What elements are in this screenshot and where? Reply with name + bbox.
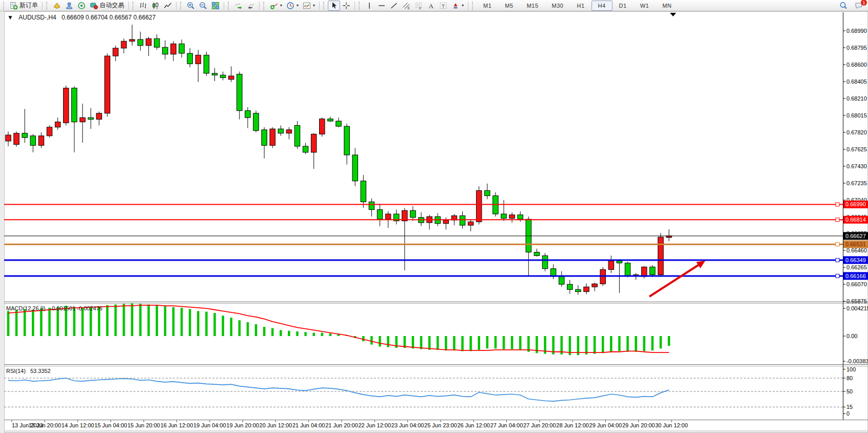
crosshair-icon <box>342 2 350 10</box>
price-tick-label: 0.67625 <box>846 146 867 152</box>
macd-histogram-bar <box>48 308 51 336</box>
search-button[interactable] <box>837 1 850 11</box>
arrows-icon <box>451 2 460 10</box>
zoom-in-button[interactable] <box>185 1 197 11</box>
chart-canvas[interactable]: 0.689900.687950.686000.684050.682100.680… <box>0 0 868 433</box>
bar-chart-button[interactable] <box>137 1 149 11</box>
zoom-out-button[interactable] <box>197 1 209 11</box>
channel-button[interactable]: E <box>400 1 412 11</box>
hline-icon <box>378 2 386 10</box>
candle-body <box>63 88 69 123</box>
candle-body <box>542 255 548 268</box>
macd-histogram-bar <box>453 336 456 350</box>
new-order-button[interactable]: 新订单 <box>8 1 40 11</box>
macd-histogram-bar <box>271 328 274 336</box>
candlestick-chart-button[interactable] <box>149 1 162 11</box>
button-label: 自动交易 <box>100 1 124 10</box>
time-tick-label: 25 Jun 23:00 <box>424 422 457 428</box>
text-button[interactable]: A <box>425 1 437 11</box>
text-label-button[interactable]: T <box>437 1 449 11</box>
templates-button[interactable]: ▾ <box>301 1 317 11</box>
arrows-button[interactable]: ▾ <box>449 1 466 11</box>
candle-body <box>501 214 507 218</box>
horizontal-line-button[interactable] <box>376 1 388 11</box>
candle-body <box>641 267 647 277</box>
autotrade-button[interactable]: 自动交易 <box>88 1 126 11</box>
toolbar-grip <box>3 2 6 10</box>
button-label: H1 <box>574 3 587 9</box>
periods-button[interactable]: ▾ <box>284 1 301 11</box>
macd-histogram-bar <box>131 303 133 336</box>
line-handle[interactable] <box>836 258 839 262</box>
chart-title[interactable]: ▼ AUDUSD-,H4 0.66609 0.66704 0.66567 0.6… <box>7 14 155 21</box>
vline-icon <box>365 2 373 10</box>
tf-m30-button[interactable]: M30 <box>545 1 570 11</box>
toolbar-grip <box>472 2 475 10</box>
chart-window-background <box>0 11 868 433</box>
price-tick-label: 0.65875 <box>846 298 867 304</box>
notifications-button[interactable]: 1 <box>853 1 865 11</box>
line-handle[interactable] <box>836 218 839 222</box>
tiles-icon <box>211 2 220 10</box>
tf-h1-button[interactable]: H1 <box>570 1 591 11</box>
tf-m1-button[interactable]: M1 <box>477 1 498 11</box>
rsi-tick-label: 80 <box>846 375 853 381</box>
candle-body <box>344 126 350 155</box>
macd-histogram-bar <box>420 336 423 349</box>
crosshair-button[interactable] <box>340 1 352 11</box>
tf-w1-button[interactable]: W1 <box>634 1 656 11</box>
marker-price-text: 0.66349 <box>845 257 866 263</box>
price-tick-label: 0.67430 <box>846 163 867 169</box>
line-handle[interactable] <box>836 243 839 246</box>
macd-histogram-bar <box>106 305 109 336</box>
toolbar-separator <box>259 2 260 10</box>
candle-body <box>212 73 218 75</box>
vertical-line-button[interactable] <box>363 1 376 11</box>
tile-windows-button[interactable] <box>209 1 222 11</box>
time-tick-label: 27 Jun 20:00 <box>523 422 556 428</box>
macd-histogram-bar <box>239 320 241 336</box>
candle-body <box>567 284 573 289</box>
candle-body <box>476 190 482 222</box>
candle-body <box>518 215 523 219</box>
macd-histogram-bar <box>585 336 588 355</box>
indicators-button[interactable]: ▾ <box>268 1 284 11</box>
tf-m15-button[interactable]: M15 <box>520 1 545 11</box>
line-handle[interactable] <box>836 203 839 206</box>
macd-tick-label: 0.004215 <box>846 305 868 311</box>
toolbar-grip <box>46 2 49 10</box>
symbol-dropdown-icon[interactable]: ▼ <box>7 14 13 21</box>
candle-body <box>88 117 94 119</box>
macd-histogram-bar <box>660 336 662 348</box>
time-tick-label: 29 Jun 04:00 <box>589 422 622 428</box>
line-handle[interactable] <box>836 274 839 278</box>
toolbar-separator <box>319 2 320 10</box>
fibonacci-button[interactable]: F <box>412 1 425 11</box>
macd-tick-label: 0.00 <box>846 333 857 339</box>
cursor-button[interactable] <box>328 1 340 11</box>
time-tick-label: 15 Jun 20:00 <box>127 422 160 428</box>
button-label: D1 <box>616 3 630 9</box>
price-tick-label: 0.68015 <box>846 112 867 119</box>
svg-text:F: F <box>420 6 422 10</box>
market-watch-button[interactable] <box>51 1 63 11</box>
tf-h4-button[interactable]: H4 <box>591 1 613 11</box>
candle-body <box>137 40 143 46</box>
navigator-button[interactable] <box>75 1 88 11</box>
data-window-button[interactable] <box>63 1 75 11</box>
dropdown-arrow-icon: ▾ <box>297 3 299 8</box>
line-chart-button[interactable] <box>162 1 174 11</box>
candle-body <box>47 127 52 136</box>
macd-histogram-bar <box>329 333 332 336</box>
tf-m5-button[interactable]: M5 <box>498 1 520 11</box>
macd-histogram-bar <box>437 336 439 350</box>
tf-d1-button[interactable]: D1 <box>613 1 634 11</box>
price-tick-label: 0.66265 <box>846 264 867 270</box>
trendline-button[interactable] <box>388 1 400 11</box>
macd-histogram-bar <box>594 336 596 354</box>
tf-mn-button[interactable]: MN <box>656 1 678 11</box>
toolbar-separator <box>354 2 355 10</box>
auto-scroll-button[interactable] <box>232 1 245 11</box>
candle-body <box>592 284 598 287</box>
chart-shift-button[interactable] <box>245 1 257 11</box>
